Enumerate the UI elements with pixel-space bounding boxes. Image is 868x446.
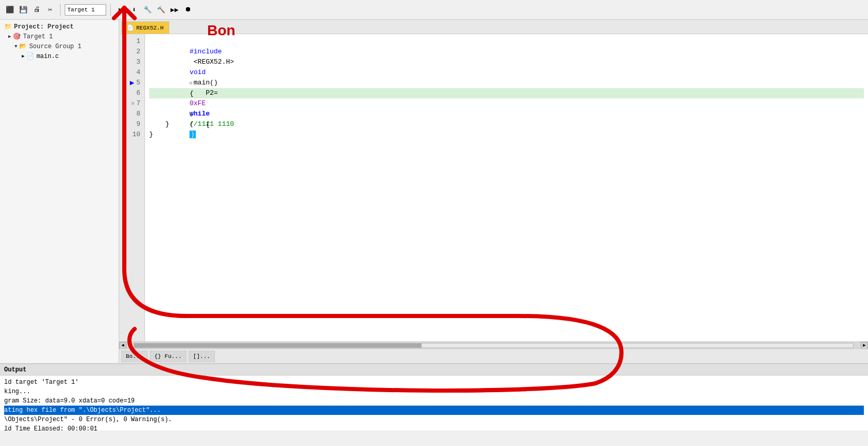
output-header: Output xyxy=(0,364,868,376)
status-tab-arr[interactable]: []... xyxy=(189,351,215,362)
line-num-8: 8 xyxy=(119,109,144,119)
expand-icon-2: ▼ xyxy=(15,44,17,49)
toolbar-icon-5[interactable]: 🔧 xyxy=(142,4,153,16)
debug-arrow: ▶ xyxy=(130,78,134,88)
fold-icon-2: ⊟ xyxy=(190,112,192,117)
code-line-4: ⊟ { xyxy=(149,67,864,78)
line-num-5: ▶ 5 xyxy=(119,78,144,88)
group-label: Source Group 1 xyxy=(29,43,81,50)
status-tab-bo[interactable]: Bo... xyxy=(121,351,148,362)
target-label: Target 1 xyxy=(23,33,53,40)
toolbar-icon-3[interactable]: 🖨 xyxy=(31,4,42,16)
code-line-10: } xyxy=(149,130,864,140)
target-dropdown-label: Target 1 xyxy=(67,7,95,13)
sidebar-item-project[interactable]: 📁 Project: Project xyxy=(0,22,119,32)
output-line-6: ld Time Elapsed: 00:00:01 xyxy=(4,424,864,430)
line-num-10: 10 xyxy=(119,130,144,140)
sidebar-item-target[interactable]: ▶ 🎯 Target 1 xyxy=(0,32,119,41)
scroll-left-btn[interactable]: ◀ xyxy=(119,342,126,349)
code-line-7: ⊟ { xyxy=(149,98,864,109)
toolbar-icon-7[interactable]: ▶▶ xyxy=(169,4,180,16)
line-num-1: 1 xyxy=(119,36,144,47)
output-line-2: king... xyxy=(4,387,864,396)
output-line-3: gram Size: data=9.0 xdata=0 code=19 xyxy=(4,396,864,406)
code-line-6: while ( ) xyxy=(149,88,864,98)
output-content: ld target 'Target 1' king... gram Size: … xyxy=(0,376,868,430)
line-num-6: 6 xyxy=(119,88,144,98)
target-dropdown[interactable]: Target 1 xyxy=(65,4,106,16)
toolbar-icon-arrow2[interactable]: ⬇ xyxy=(128,4,140,16)
line-num-3: 3 xyxy=(119,57,144,67)
main-area: 📁 Project: Project ▶ 🎯 Target 1 ▼ 📂 Sour… xyxy=(0,20,868,363)
status-tab-fu[interactable]: {} Fu... xyxy=(150,351,186,362)
toolbar-icon-1[interactable]: ⬛ xyxy=(4,4,16,16)
scroll-right-btn[interactable]: ▶ xyxy=(861,342,868,349)
toolbar-separator xyxy=(60,4,61,16)
tab-regx52[interactable]: 📄 REGX52.H xyxy=(121,21,169,34)
output-line-5: \Objects\Project" - 0 Error(s), 0 Warnin… xyxy=(4,415,864,424)
output-panel: Output ld target 'Target 1' king... gram… xyxy=(0,363,868,430)
folder-icon: 📂 xyxy=(19,42,27,50)
code-content[interactable]: #include <REGX52.H> void main() ⊟ { xyxy=(145,34,868,341)
tab-file-icon: 📄 xyxy=(127,24,134,31)
void-keyword: void xyxy=(190,68,206,76)
editor-container: 📄 REGX52.H 1 2 3 4 ▶ 5 6 ⊟ 7 8 xyxy=(119,20,868,363)
toolbar: ⬛ 💾 🖨 ✂ Target 1 ▶ ⬇ 🔧 🔨 ▶▶ ⏺ xyxy=(0,0,868,20)
scrollbar-track[interactable] xyxy=(134,343,853,348)
sidebar-item-source-group[interactable]: ▼ 📂 Source Group 1 xyxy=(0,41,119,51)
expand-icon: ▶ xyxy=(8,34,11,39)
code-line-3: void main() xyxy=(149,57,864,67)
while-paren-selected: ) xyxy=(190,131,196,138)
code-line-2 xyxy=(149,47,864,57)
code-line-1: #include <REGX52.H> xyxy=(149,36,864,47)
file-icon: 📄 xyxy=(26,52,34,60)
project-icon: 📁 xyxy=(4,23,12,31)
file-label: main.c xyxy=(36,53,59,60)
toolbar-icon-2[interactable]: 💾 xyxy=(18,4,29,16)
line-num-4: 4 xyxy=(119,67,144,78)
toolbar-icon-4[interactable]: ✂ xyxy=(45,4,56,16)
code-line-8 xyxy=(149,109,864,119)
sidebar: 📁 Project: Project ▶ 🎯 Target 1 ▼ 📂 Sour… xyxy=(0,20,119,363)
fold-icon: ⊟ xyxy=(190,81,192,86)
line-num-7: ⊟ 7 xyxy=(119,98,144,109)
code-line-9: } xyxy=(149,119,864,130)
tab-label: REGX52.H xyxy=(136,25,164,31)
include-keyword: #include xyxy=(190,48,222,55)
toolbar-icon-6[interactable]: 🔨 xyxy=(155,4,167,16)
sidebar-item-mainc[interactable]: ▶ 📄 main.c xyxy=(0,51,119,61)
line-num-9: 9 xyxy=(119,119,144,130)
code-line-5: P2= 0xFE ; //1111 1110 xyxy=(149,78,864,88)
toolbar-icon-8[interactable]: ⏺ xyxy=(182,4,194,16)
output-title: Output xyxy=(4,366,26,373)
output-line-1: ld target 'Target 1' xyxy=(4,378,864,387)
line-num-2: 2 xyxy=(119,47,144,57)
scrollbar-thumb xyxy=(134,343,422,348)
target-icon: 🎯 xyxy=(13,33,21,40)
status-tabs: Bo... {} Fu... []... xyxy=(119,349,868,363)
toolbar-icon-arrow1[interactable]: ▶ xyxy=(115,4,126,16)
tab-bar: 📄 REGX52.H xyxy=(119,20,868,34)
expand-icon-3: ▶ xyxy=(22,53,24,59)
line-numbers: 1 2 3 4 ▶ 5 6 ⊟ 7 8 9 10 xyxy=(119,34,145,341)
output-line-4-selected: ating hex file from ".\Objects\Project".… xyxy=(4,406,864,415)
horizontal-scrollbar[interactable]: ◀ ▶ xyxy=(119,341,868,349)
project-label: Project: Project xyxy=(14,23,74,31)
code-editor[interactable]: 1 2 3 4 ▶ 5 6 ⊟ 7 8 9 10 # xyxy=(119,34,868,341)
toolbar-separator-2 xyxy=(110,4,111,16)
